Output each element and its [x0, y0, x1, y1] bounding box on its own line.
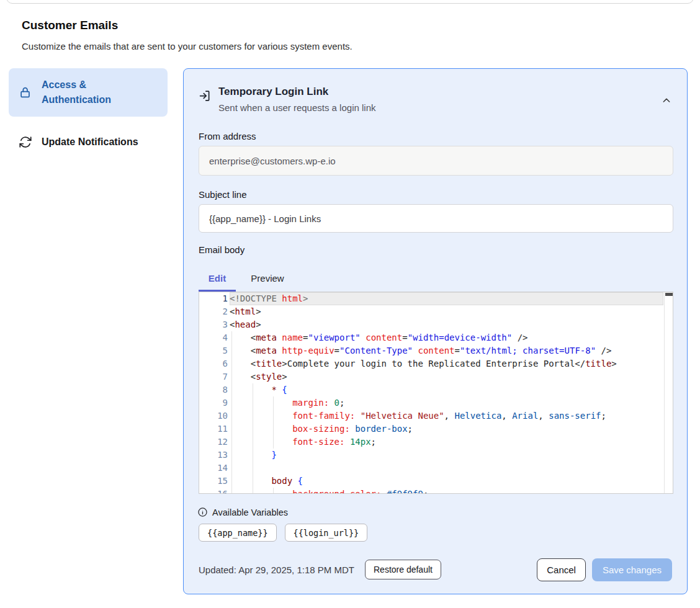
- line-number: 15: [199, 475, 228, 488]
- email-types-sidebar: Access & Authentication Update Notificat…: [9, 68, 168, 157]
- line-number: 9: [199, 396, 228, 409]
- subject-line-label: Subject line: [199, 189, 247, 200]
- email-body-label: Email body: [199, 244, 245, 255]
- cancel-button[interactable]: Cancel: [537, 558, 586, 581]
- variable-chip-login-url[interactable]: {{login_url}}: [285, 524, 368, 542]
- customer-emails-page: Customer Emails Customize the emails tha…: [0, 0, 700, 608]
- code-text: body {: [230, 475, 303, 488]
- variable-chip-app-name[interactable]: {{app_name}}: [199, 524, 277, 542]
- line-number: 6: [199, 357, 228, 370]
- code-line[interactable]: 5 <meta http-equiv="Content-Type" conten…: [199, 344, 673, 357]
- editor-scrollbar[interactable]: [664, 292, 673, 493]
- page-subtitle: Customize the emails that are sent to yo…: [22, 41, 352, 51]
- temporary-login-link-panel: Temporary Login Link Sent when a user re…: [183, 68, 688, 594]
- code-text: margin: 0;: [230, 396, 344, 409]
- email-body-code-editor[interactable]: 1<!DOCTYPE html>2<html>3<head>4 <meta na…: [199, 292, 673, 494]
- code-line[interactable]: 6 <title>Complete your login to the Repl…: [199, 357, 673, 370]
- line-number: 13: [199, 449, 228, 462]
- code-text: font-size: 14px;: [230, 436, 376, 449]
- updated-timestamp: Updated: Apr 29, 2025, 1:18 PM MDT: [199, 565, 354, 575]
- sidebar-item-access-authentication[interactable]: Access & Authentication: [9, 68, 168, 117]
- from-address-label: From address: [199, 131, 256, 141]
- line-number: 1: [199, 292, 228, 305]
- code-line[interactable]: 9 margin: 0;: [199, 396, 673, 409]
- indent-guide: [231, 462, 232, 475]
- lock-icon: [19, 86, 32, 99]
- line-number: 2: [199, 305, 228, 318]
- line-number: 8: [199, 383, 228, 396]
- page-title: Customer Emails: [22, 19, 118, 32]
- code-lines: 1<!DOCTYPE html>2<html>3<head>4 <meta na…: [199, 292, 673, 494]
- code-line[interactable]: 12 font-size: 14px;: [199, 436, 673, 449]
- code-text: <style>: [230, 370, 287, 383]
- code-line[interactable]: 3<head>: [199, 318, 673, 331]
- code-text: font-family: "Helvetica Neue", Helvetica…: [230, 409, 606, 422]
- line-number: 12: [199, 436, 228, 449]
- line-number: 16: [199, 488, 228, 494]
- info-icon: [197, 507, 208, 517]
- panel-footer: Updated: Apr 29, 2025, 1:18 PM MDT Resto…: [199, 557, 672, 582]
- indent-guide: [253, 462, 253, 475]
- panel-title: Temporary Login Link: [218, 86, 328, 98]
- restore-default-button[interactable]: Restore default: [365, 560, 441, 579]
- code-text: <meta name="viewport" content="width=dev…: [230, 331, 528, 344]
- code-line[interactable]: 11 box-sizing: border-box;: [199, 422, 673, 436]
- code-line[interactable]: 1<!DOCTYPE html>: [199, 292, 673, 305]
- line-number: 10: [199, 409, 228, 422]
- code-text: box-sizing: border-box;: [230, 422, 413, 436]
- line-number: 5: [199, 344, 228, 357]
- line-number: 14: [199, 462, 228, 475]
- editor-scrollbar-thumb[interactable]: [665, 293, 673, 296]
- code-text: <html>: [230, 305, 261, 318]
- line-number: 3: [199, 318, 228, 331]
- code-text: <head>: [230, 318, 261, 331]
- code-text: <meta http-equiv="Content-Type" content=…: [230, 344, 611, 357]
- tab-preview[interactable]: Preview: [246, 270, 289, 285]
- line-number: 4: [199, 331, 228, 344]
- available-variables-label: Available Variables: [212, 507, 288, 517]
- code-text: <title>Complete your login to the Replic…: [230, 357, 617, 370]
- code-line[interactable]: 7 <style>: [199, 370, 673, 383]
- sidebar-item-update-notifications[interactable]: Update Notifications: [9, 127, 168, 157]
- code-text: <!DOCTYPE html>: [230, 292, 308, 305]
- code-text: }: [230, 449, 277, 462]
- code-line[interactable]: 10 font-family: "Helvetica Neue", Helvet…: [199, 409, 673, 422]
- code-line[interactable]: 16 background-color: #f9f9f9;: [199, 488, 673, 494]
- code-line[interactable]: 14: [199, 462, 673, 475]
- variable-chips: {{app_name}} {{login_url}}: [199, 524, 367, 542]
- from-address-input[interactable]: [199, 146, 673, 176]
- sidebar-item-label: Access & Authentication: [42, 78, 122, 107]
- refresh-icon: [19, 135, 32, 149]
- code-line[interactable]: 2<html>: [199, 305, 673, 318]
- code-line[interactable]: 13 }: [199, 449, 673, 462]
- code-text: * {: [230, 383, 287, 396]
- subject-line-input[interactable]: [199, 204, 673, 233]
- login-icon: [199, 89, 212, 105]
- chevron-up-icon[interactable]: [660, 94, 673, 107]
- code-line[interactable]: 4 <meta name="viewport" content="width=d…: [199, 331, 673, 344]
- save-changes-button[interactable]: Save changes: [592, 558, 672, 581]
- footer-action-buttons: Cancel Save changes: [537, 558, 672, 581]
- tab-edit[interactable]: Edit: [199, 270, 236, 285]
- panel-subtitle: Sent when a user requests a login link: [218, 102, 375, 113]
- code-line[interactable]: 8 * {: [199, 383, 673, 396]
- previous-card-bottom-edge: [6, 0, 694, 4]
- sidebar-item-label: Update Notifications: [42, 135, 138, 150]
- code-line[interactable]: 15 body {: [199, 475, 673, 488]
- code-text: background-color: #f9f9f9;: [230, 488, 428, 494]
- line-number: 11: [199, 422, 228, 436]
- available-variables-row: Available Variables: [197, 507, 288, 517]
- line-number: 7: [199, 370, 228, 383]
